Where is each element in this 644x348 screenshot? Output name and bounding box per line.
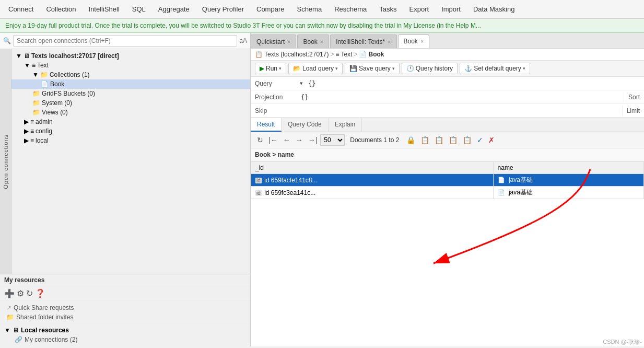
copy-button-4[interactable]: 📋 bbox=[461, 135, 474, 145]
query-input[interactable] bbox=[305, 78, 644, 89]
menu-collection[interactable]: Collection bbox=[40, 2, 82, 16]
query-form: Query ▾ Projection Sort Skip Limit bbox=[251, 77, 644, 118]
tree-item-texts[interactable]: ▼ 🖥 Texts localhost:27017 [direct] bbox=[11, 51, 250, 61]
copy-button-2[interactable]: 📋 bbox=[432, 135, 446, 145]
menu-compare[interactable]: Compare bbox=[250, 2, 290, 16]
menu-sql[interactable]: SQL bbox=[126, 2, 152, 16]
menu-import[interactable]: Import bbox=[435, 2, 467, 16]
server-local-icon: 🖥 bbox=[13, 327, 19, 334]
run-dropdown-icon[interactable]: ▾ bbox=[279, 66, 282, 71]
tab-quickstart[interactable]: Quickstart × bbox=[251, 34, 296, 48]
prev-page-button[interactable]: ← bbox=[281, 135, 292, 145]
refresh-button[interactable]: ↻ bbox=[255, 135, 265, 145]
copy-button-3[interactable]: 📋 bbox=[447, 135, 460, 145]
tree-item-system[interactable]: 📁 System (0) bbox=[11, 98, 250, 108]
tree-label-collections: Collections (1) bbox=[50, 71, 90, 78]
run-label: Run bbox=[266, 65, 277, 72]
delete-button[interactable]: ✗ bbox=[486, 135, 497, 145]
breadcrumb-sep1: > bbox=[330, 51, 334, 58]
tab-book-1[interactable]: Book × bbox=[297, 34, 329, 48]
set-default-button[interactable]: ⚓ Set default query ▾ bbox=[460, 63, 530, 74]
validate-button[interactable]: ✓ bbox=[475, 135, 485, 145]
shared-folder-icon: 📁 bbox=[6, 314, 14, 321]
menu-aggregate[interactable]: Aggregate bbox=[152, 2, 196, 16]
row1-name-value: java基础 bbox=[509, 176, 533, 183]
tab-intellishell-close[interactable]: × bbox=[388, 39, 391, 45]
add-resource-button[interactable]: ➕ bbox=[4, 288, 15, 298]
tree-label-book: Book bbox=[50, 80, 64, 88]
shared-folder-item[interactable]: 📁 Shared folder invites bbox=[4, 312, 246, 322]
first-page-button[interactable]: |← bbox=[266, 135, 280, 145]
table-row[interactable]: id id 659facfe141c8... 📄 java基础 bbox=[251, 174, 644, 187]
projection-input[interactable] bbox=[298, 92, 624, 102]
tab-query-code[interactable]: Query Code bbox=[282, 118, 329, 132]
tab-intellishell[interactable]: IntelliShell: Texts* × bbox=[330, 34, 396, 48]
menu-query-profiler[interactable]: Query Profiler bbox=[196, 2, 250, 16]
watermark: CSDN @-耿瑞- bbox=[603, 338, 642, 346]
tree-item-collections[interactable]: ▼ 📁 Collections (1) bbox=[11, 70, 250, 79]
tree-item-book[interactable]: 📄 Book bbox=[11, 79, 250, 89]
skip-label: Skip bbox=[251, 105, 298, 117]
copy-button-1[interactable]: 📋 bbox=[418, 135, 431, 145]
row2-id: id id 659fc3ea141c... bbox=[251, 187, 494, 199]
tree-item-views[interactable]: 📁 Views (0) bbox=[11, 108, 250, 117]
result-toolbar: ↻ |← ← → →| 50 100 200 Documents 1 to 2 … bbox=[251, 132, 644, 148]
menu-export[interactable]: Export bbox=[403, 2, 436, 16]
refresh-resource-button[interactable]: ↻ bbox=[26, 288, 33, 298]
tab-book-active[interactable]: Book × bbox=[398, 34, 430, 48]
breadcrumb-icon3: 📄 bbox=[359, 51, 367, 58]
tree-item-gridfs[interactable]: 📁 GridFS Buckets (0) bbox=[11, 89, 250, 98]
save-query-button[interactable]: 💾 Save query ▾ bbox=[345, 63, 400, 74]
load-query-dropdown-icon[interactable]: ▾ bbox=[335, 66, 338, 71]
tree-item-admin[interactable]: ▶ ≡ admin bbox=[11, 117, 250, 126]
sort-label: Sort bbox=[624, 92, 644, 102]
search-aa-toggle[interactable]: aA bbox=[239, 37, 247, 44]
tree-label-texts: Texts localhost:27017 [direct] bbox=[31, 52, 119, 60]
tab-result[interactable]: Result bbox=[251, 118, 282, 132]
expand-icon-admin: ▶ bbox=[24, 118, 29, 125]
tree-label-gridfs: GridFS Buckets (0) bbox=[42, 90, 95, 97]
lock-button[interactable]: 🔒 bbox=[404, 135, 417, 145]
tree-item-config[interactable]: ▶ ≡ config bbox=[11, 126, 250, 136]
save-query-dropdown-icon[interactable]: ▾ bbox=[392, 66, 395, 71]
menu-schema[interactable]: Schema bbox=[290, 2, 328, 16]
menu-reschema[interactable]: Reschema bbox=[328, 2, 373, 16]
tab-book-1-label: Book bbox=[303, 38, 317, 45]
tab-explain[interactable]: Explain bbox=[329, 118, 362, 132]
next-page-button[interactable]: → bbox=[294, 135, 305, 145]
run-button[interactable]: ▶ Run ▾ bbox=[255, 63, 286, 74]
tab-book-active-close[interactable]: × bbox=[420, 38, 424, 44]
tab-book-1-close[interactable]: × bbox=[320, 39, 323, 45]
projection-row: Projection Sort bbox=[251, 90, 644, 104]
table-row[interactable]: id id 659fc3ea141c... 📄 java基础 bbox=[251, 187, 644, 199]
last-page-button[interactable]: →| bbox=[306, 135, 320, 145]
save-query-icon: 💾 bbox=[349, 65, 357, 72]
tree-label-views: Views (0) bbox=[42, 109, 68, 116]
data-table: _id name id id 659facfe141c8... 📄 bbox=[251, 161, 644, 199]
skip-input[interactable] bbox=[298, 106, 622, 116]
local-resources-label: Local resources bbox=[21, 327, 69, 334]
my-connections-item[interactable]: 🔗 My connections (2) bbox=[13, 335, 246, 344]
db-icon: ≡ bbox=[32, 62, 36, 69]
menu-intellishell[interactable]: IntelliShell bbox=[83, 2, 126, 16]
breadcrumb-bar: 📋 Texts (localhost:27017) > ≡ Text > 📄 B… bbox=[251, 49, 644, 61]
quick-share-item[interactable]: ↗ Quick Share requests bbox=[4, 303, 246, 312]
help-resource-button[interactable]: ❓ bbox=[35, 288, 45, 298]
run-icon: ▶ bbox=[260, 65, 264, 72]
shared-folder-label: Shared folder invites bbox=[16, 314, 73, 321]
tree-item-text[interactable]: ▼ ≡ Text bbox=[11, 61, 250, 70]
menu-tasks[interactable]: Tasks bbox=[373, 2, 403, 16]
tree-item-local[interactable]: ▶ ≡ local bbox=[11, 136, 250, 145]
menu-connect[interactable]: Connect bbox=[2, 2, 40, 16]
set-default-dropdown-icon[interactable]: ▾ bbox=[523, 66, 525, 71]
tree-label-admin: admin bbox=[36, 118, 53, 125]
query-dropdown[interactable]: ▾ bbox=[298, 80, 305, 87]
search-input[interactable] bbox=[13, 35, 237, 47]
menu-data-masking[interactable]: Data Masking bbox=[467, 2, 521, 16]
tab-quickstart-close[interactable]: × bbox=[287, 39, 290, 45]
query-history-button[interactable]: 🕐 Query history bbox=[402, 63, 458, 74]
page-size-select[interactable]: 50 100 200 bbox=[320, 134, 345, 146]
load-query-button[interactable]: 📂 Load query ▾ bbox=[288, 63, 343, 74]
folder-icon-system: 📁 bbox=[32, 99, 40, 107]
settings-resource-button[interactable]: ⚙ bbox=[17, 288, 24, 298]
